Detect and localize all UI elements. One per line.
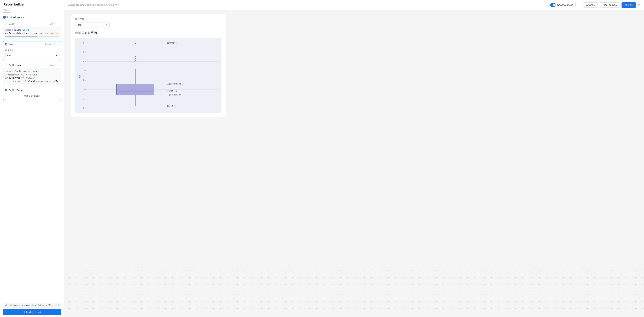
cell-2-header: Cell 2 Interactive ··· — [3, 41, 61, 47]
cell-3-output-header: Cell 3 - Output ··· — [3, 87, 61, 93]
cell-3-input-code: import plotly.express as px # 根据选择的plot_… — [3, 68, 61, 85]
cell-1-more-button[interactable]: ··· — [56, 22, 59, 26]
cell-3-input-more-button[interactable]: ··· — [56, 64, 59, 66]
chart-title: 年龄分布箱线图 — [75, 31, 222, 35]
cell-2-select-value: box — [7, 54, 11, 57]
csv-string: 'employee_da — [44, 32, 58, 35]
cell-card-3-input: Cell 3 - Input Code ··· import plotly.ex… — [3, 62, 62, 85]
topbar-right: Reactive mode ↶ Arrange Clear canvas Run… — [550, 2, 641, 8]
cell-1-code-line-1: import pandas as pd — [5, 29, 59, 32]
cell-3-output-title-left: Cell 3 - Output — [5, 89, 23, 92]
run-all-button[interactable]: Run all — [622, 2, 636, 8]
url-bar: https://datalore.homelab.wang/report/int… — [3, 302, 62, 308]
cell-3-line-2: # 根据选择的plot_type绘制图形 — [5, 73, 59, 76]
y-tick-20: 20 — [83, 107, 86, 109]
boxplot-svg: Age 55 50 45 40 — [77, 40, 221, 112]
toggle-switch[interactable] — [550, 3, 556, 7]
arrange-button[interactable]: Arrange — [583, 2, 598, 8]
cell-2-field-label: 图表类型 — [5, 49, 59, 52]
external-link-icon[interactable]: ↗ — [55, 304, 57, 306]
cell-2-radio[interactable] — [5, 43, 8, 46]
cell-1-name: Cell 1 — [9, 23, 14, 25]
y-tick-35: 35 — [83, 79, 86, 81]
cell-3-output-content: 年龄分布箱线图 — [3, 93, 61, 100]
chart-type-value: box — [78, 24, 82, 26]
chart-field-label: 图表类型 — [75, 18, 222, 20]
close-button[interactable]: ✕ — [638, 3, 640, 7]
update-report-button[interactable]: ⬆ Update report — [3, 309, 62, 315]
topbar: Canvas contains 2 cells from 绘制箱线图和小提琴图 … — [64, 0, 644, 10]
cell-3-output-more-button[interactable]: ··· — [56, 88, 59, 92]
cell-3-output-title: 年龄分布箱线图 — [24, 95, 40, 98]
copy-icon[interactable]: ⎘ — [58, 304, 60, 306]
employee-code: employee_dataset = pd.read_csv( — [5, 32, 44, 35]
reactive-mode-toggle[interactable]: Reactive mode — [550, 3, 573, 7]
cells-header: ✓ 2 cells displayed ▾ — [3, 16, 62, 19]
annotation-q1-label: 下四分位数: 27 — [167, 94, 181, 96]
chart-select-chevron: ▾ — [106, 24, 108, 26]
y-tick-30: 30 — [83, 88, 86, 90]
chevron-down-icon[interactable]: ▾ — [26, 16, 26, 18]
iqr-box — [116, 84, 154, 95]
cell-3-input-badge: Code — [50, 64, 55, 66]
toggle-knob — [553, 4, 556, 6]
cell-2-select[interactable]: box ▾ — [5, 53, 59, 58]
as-keyword: as — [23, 29, 25, 32]
y-tick-55: 55 — [83, 42, 86, 44]
cell-1-radio[interactable] — [5, 23, 8, 25]
y-tick-25: 25 — [83, 98, 86, 100]
chart-type-select[interactable]: box ▾ — [75, 22, 110, 28]
cell-2-more-button[interactable]: ··· — [56, 43, 59, 46]
cell-2-name: Cell 2 — [9, 43, 14, 46]
cell-3-output-name: Cell 3 - Output — [9, 89, 23, 92]
pd-text: pd — [26, 29, 29, 32]
sidebar: Report builder Sheet ✓ 2 cells displayed… — [0, 0, 64, 317]
cell-3-output-radio[interactable] — [5, 89, 8, 91]
annotation-max-label: 最大值: 55 — [167, 42, 177, 44]
cells-count-icon: ✓ — [3, 16, 6, 19]
cell-3-input-actions: Code ··· — [50, 64, 59, 66]
cell-2-title-left: Cell 2 — [5, 43, 14, 46]
canvas-info: Canvas contains 2 cells from 绘制箱线图和小提琴图 — [68, 4, 119, 6]
sidebar-footer: https://datalore.homelab.wang/report/int… — [0, 301, 64, 317]
cell-3-input-radio[interactable] — [5, 64, 8, 66]
annotation-median-label: 中位数: 29 — [167, 90, 177, 92]
canvas-lower-area — [64, 266, 644, 317]
cell-3-line-4: fig = px.violin(employee_dataset, y='Ag — [5, 80, 59, 83]
main-area: Canvas contains 2 cells from 绘制箱线图和小提琴图 … — [64, 0, 644, 317]
import-keyword: import — [5, 29, 13, 32]
chart-panel: 图表类型 box ▾ 年龄分布箱线图 Age — [71, 14, 226, 117]
as-keyword-2: as — [32, 70, 35, 72]
pandas-text: pandas — [14, 29, 22, 32]
cell-3-input-header: Cell 3 - Input Code ··· — [3, 62, 61, 68]
cell-card-3-output: Cell 3 - Output ··· 年龄分布箱线图 — [3, 87, 62, 100]
cell-2-badge: Interactive — [45, 43, 54, 46]
cell-2-actions: Interactive ··· — [45, 43, 59, 46]
upload-icon: ⬆ — [23, 311, 25, 314]
svg-rect-0 — [77, 40, 221, 112]
app-title: Report builder — [4, 3, 61, 6]
cell-1-actions: Code ··· — [50, 22, 59, 26]
y-axis-label: Age — [78, 75, 81, 79]
cell-2-content: 图表类型 box ▾ — [3, 47, 61, 60]
cell-card-1: Cell 1 Code ··· import pandas as pd empl… — [3, 21, 62, 39]
cells-displayed-label: 2 cells displayed — [7, 16, 24, 18]
y-tick-40: 40 — [83, 70, 86, 72]
code-scrollbar-1-thumb — [5, 36, 38, 37]
tab-sheet[interactable]: Sheet — [4, 8, 10, 13]
url-text: https://datalore.homelab.wang/report/int… — [5, 304, 54, 306]
code-scrollbar-1[interactable] — [5, 36, 59, 37]
cell-3-input-name: Cell 3 - Input — [9, 64, 22, 66]
clear-canvas-button[interactable]: Clear canvas — [600, 2, 620, 8]
sidebar-content: ✓ 2 cells displayed ▾ Cell 1 Code ··· im… — [0, 13, 64, 301]
cell-3-line-1: import plotly.express as px — [5, 70, 59, 73]
undo-button[interactable]: ↶ — [576, 2, 581, 8]
y-tick-50: 50 — [83, 51, 86, 53]
cell-3-line-3: if plot_type == 'violin' : — [5, 76, 59, 80]
canvas-content: 图表类型 box ▾ 年龄分布箱线图 Age — [64, 10, 644, 317]
sidebar-header: Report builder Sheet — [0, 0, 64, 13]
cell-1-code-line-2: employee_dataset = pd.read_csv('employee… — [5, 32, 59, 35]
annotation-min-label: 最小值: 21 — [167, 105, 177, 108]
cell-1-title-left: Cell 1 — [5, 23, 14, 25]
cell-card-2: Cell 2 Interactive ··· 图表类型 box ▾ — [3, 41, 62, 60]
